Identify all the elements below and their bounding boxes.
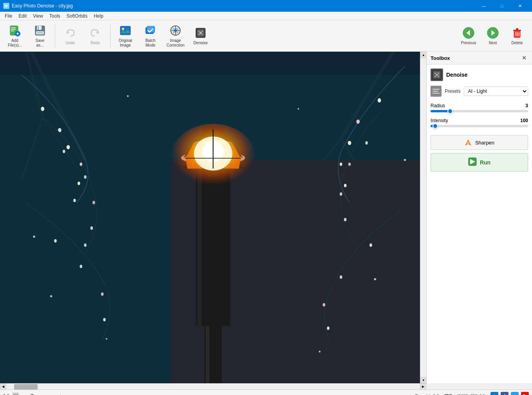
radius-section: Radius 3 [431, 103, 528, 112]
window-title: Easy Photo Denoise - city.jpg [12, 3, 73, 9]
toolbox-header: Toolbox ✕ [427, 52, 532, 65]
svg-point-105 [127, 95, 128, 97]
delete-label: Delete [512, 41, 523, 45]
redo-button[interactable]: Redo [83, 22, 107, 50]
svg-point-26 [201, 31, 203, 32]
svg-rect-4 [11, 29, 16, 30]
batch-mode-button[interactable]: BatchMode [139, 22, 162, 50]
toolbox-content: Denoise Presets AI - Light AI - Medium A… [427, 65, 532, 383]
zoom-thumb[interactable] [30, 394, 34, 395]
menu-bar: File Edit View Tools SoftOrbits Help [0, 12, 532, 20]
status-bar: 1:1 - + Time (s): 0.0 JPG (1280x853x24) … [0, 390, 532, 395]
photo-canvas: ▲ ▼ [0, 52, 426, 383]
save-as-button[interactable]: Saveas... [28, 22, 52, 50]
run-button[interactable]: Run [431, 153, 528, 171]
svg-point-21 [174, 29, 177, 32]
sharpen-button[interactable]: Sharpen [431, 135, 528, 150]
delete-button[interactable]: Delete [505, 22, 529, 50]
photo-svg [0, 52, 426, 383]
menu-view[interactable]: View [30, 13, 46, 20]
radius-slider-track[interactable] [431, 110, 528, 112]
radius-label: Radius [431, 103, 445, 108]
scroll-down-arrow[interactable]: ▼ [420, 377, 426, 383]
svg-point-67 [84, 175, 87, 179]
svg-point-61 [378, 98, 381, 103]
presets-select[interactable]: AI - Light AI - Medium AI - Heavy Light … [464, 87, 528, 96]
add-file-button[interactable]: AddFile(s)... [3, 22, 27, 50]
image-correction-icon [169, 24, 182, 37]
next-label: Next [489, 41, 497, 45]
menu-file[interactable]: File [2, 13, 15, 20]
zoom-controls: 1:1 - + [3, 393, 62, 395]
zoom-label: 1:1 [3, 393, 9, 395]
intensity-slider-track[interactable] [431, 125, 528, 127]
minimize-button[interactable]: — [475, 0, 493, 12]
svg-point-72 [348, 162, 351, 166]
svg-point-104 [404, 159, 406, 161]
intensity-label-row: Intensity 100 [431, 118, 528, 123]
twitter-icon[interactable]: t [511, 392, 519, 395]
denoise-button[interactable]: Denoise [189, 22, 212, 50]
svg-point-106 [297, 108, 299, 110]
facebook-icon[interactable]: f [501, 392, 508, 395]
batch-mode-label: BatchMode [145, 38, 156, 48]
intensity-slider-thumb[interactable] [432, 123, 438, 129]
hscroll-right-arrow[interactable]: ▶ [420, 384, 426, 390]
svg-rect-8 [17, 32, 18, 35]
previous-button[interactable]: Previous [457, 22, 480, 50]
title-bar-left: Easy Photo Denoise - city.jpg [3, 3, 73, 9]
menu-edit[interactable]: Edit [15, 13, 30, 20]
horizontal-scrollbar[interactable]: ◀ ▶ [0, 383, 426, 390]
previous-label: Previous [461, 41, 476, 45]
intensity-section: Intensity 100 [431, 118, 528, 127]
svg-point-70 [84, 243, 87, 247]
title-bar: Easy Photo Denoise - city.jpg — □ ✕ [0, 0, 532, 12]
undo-icon [64, 27, 76, 39]
vertical-scrollbar[interactable]: ▲ ▼ [420, 52, 426, 383]
zoom-plus-button[interactable]: + [59, 393, 62, 395]
svg-point-115 [434, 76, 436, 77]
scroll-track[interactable] [420, 58, 426, 377]
menu-help[interactable]: Help [90, 13, 107, 20]
svg-point-113 [434, 72, 436, 74]
hscroll-left-arrow[interactable]: ◀ [0, 384, 6, 390]
save-icon [34, 24, 46, 37]
denoise-icon [431, 69, 443, 81]
toolbar-nav: Previous Next [457, 22, 529, 50]
radius-slider-thumb[interactable] [447, 108, 453, 114]
svg-point-62 [356, 119, 360, 124]
preset-line-1 [432, 89, 440, 90]
svg-rect-16 [120, 26, 130, 35]
next-button[interactable]: Next [481, 22, 505, 50]
menu-tools[interactable]: Tools [46, 13, 63, 20]
info-icon[interactable]: i [490, 392, 498, 395]
scroll-up-arrow[interactable]: ▲ [420, 52, 426, 58]
hscroll-thumb[interactable] [14, 384, 38, 390]
youtube-icon[interactable]: ▶ [521, 392, 529, 395]
svg-point-107 [50, 295, 52, 297]
svg-point-95 [54, 239, 57, 243]
main-content: ▲ ▼ Toolbox ✕ [0, 52, 532, 383]
denoise-title: Denoise [446, 72, 467, 78]
delete-icon [511, 27, 523, 39]
menu-softorbits[interactable]: SoftOrbits [63, 13, 90, 20]
close-button[interactable]: ✕ [511, 0, 529, 12]
svg-rect-3 [11, 27, 16, 28]
add-file-icon [9, 24, 21, 37]
hscroll-track[interactable] [6, 384, 420, 390]
svg-rect-39 [519, 32, 519, 36]
redo-label: Redo [90, 41, 100, 45]
zoom-slider[interactable]: - + [24, 393, 62, 395]
action-buttons: Sharpen Run [431, 135, 528, 171]
undo-button[interactable]: Undo [58, 22, 82, 50]
maximize-button[interactable]: □ [493, 0, 511, 12]
svg-point-65 [344, 184, 347, 188]
toolbox-close-button[interactable]: ✕ [520, 54, 528, 62]
svg-rect-10 [37, 26, 42, 30]
original-image-button[interactable]: OriginalImage [114, 22, 137, 50]
image-area[interactable]: ▲ ▼ [0, 52, 426, 383]
next-icon [487, 27, 499, 39]
sharpen-label: Sharpen [475, 140, 494, 146]
image-correction-button[interactable]: ImageCorrection [164, 22, 187, 50]
zoom-minus-button[interactable]: - [24, 393, 25, 395]
